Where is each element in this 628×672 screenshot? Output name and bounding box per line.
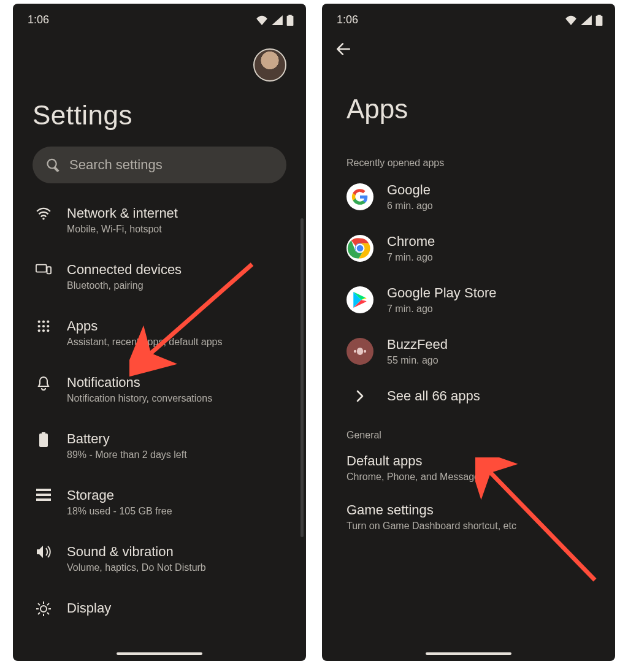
status-bar: 1:06 bbox=[13, 4, 306, 30]
svg-rect-30 bbox=[357, 348, 363, 355]
app-title: Google bbox=[387, 182, 433, 198]
item-subtitle: Turn on Game Dashboard shortcut, etc bbox=[347, 521, 609, 532]
svg-point-5 bbox=[47, 321, 49, 323]
signal-icon bbox=[581, 15, 592, 25]
svg-rect-12 bbox=[36, 489, 51, 491]
item-title: Connected devices bbox=[67, 262, 182, 278]
svg-point-0 bbox=[42, 218, 44, 220]
nav-indicator[interactable] bbox=[426, 652, 511, 655]
item-subtitle: 18% used - 105 GB free bbox=[67, 506, 172, 517]
item-title: Game settings bbox=[347, 502, 609, 518]
wifi-status-icon bbox=[565, 15, 577, 25]
apps-screen: 1:06 Apps Recently opened apps Google6 m… bbox=[322, 4, 615, 661]
status-bar: 1:06 bbox=[322, 4, 615, 30]
settings-item-display[interactable]: Display bbox=[28, 587, 301, 616]
settings-item-notifications[interactable]: NotificationsNotification history, conve… bbox=[28, 361, 301, 418]
settings-item-sound[interactable]: Sound & vibrationVolume, haptics, Do Not… bbox=[28, 530, 301, 587]
battery-icon bbox=[39, 432, 48, 447]
item-subtitle: Assistant, recent apps, default apps bbox=[67, 337, 222, 348]
settings-screen: 1:06 Settings Search settings Network & … bbox=[13, 4, 306, 661]
app-subtitle: 55 min. ago bbox=[387, 355, 448, 366]
item-title: Network & internet bbox=[67, 205, 178, 221]
item-subtitle: Mobile, Wi-Fi, hotspot bbox=[67, 224, 178, 235]
google-icon bbox=[347, 183, 373, 210]
clock: 1:06 bbox=[337, 13, 358, 26]
battery-status-icon bbox=[286, 15, 294, 26]
battery-status-icon bbox=[595, 15, 603, 26]
item-title: Storage bbox=[67, 487, 172, 503]
app-title: Google Play Store bbox=[387, 285, 497, 301]
svg-rect-1 bbox=[36, 265, 47, 272]
settings-item-network[interactable]: Network & internetMobile, Wi-Fi, hotspot bbox=[28, 192, 301, 248]
section-recent: Recently opened apps bbox=[322, 143, 615, 171]
svg-point-9 bbox=[38, 329, 40, 332]
app-title: BuzzFeed bbox=[387, 337, 448, 353]
svg-line-22 bbox=[38, 613, 40, 614]
clock: 1:06 bbox=[28, 13, 49, 26]
nav-indicator[interactable] bbox=[117, 652, 202, 655]
app-subtitle: 6 min. ago bbox=[387, 200, 433, 212]
wifi-status-icon bbox=[256, 15, 268, 25]
app-row-play[interactable]: Google Play Store7 min. ago bbox=[322, 274, 615, 326]
svg-point-3 bbox=[38, 321, 40, 323]
chevron-right-icon bbox=[356, 390, 364, 402]
recent-apps-list: Google6 min. ago Chrome7 min. ago Google… bbox=[322, 171, 615, 415]
svg-rect-14 bbox=[36, 498, 51, 501]
page-title: Settings bbox=[33, 100, 286, 131]
item-title: Apps bbox=[67, 318, 222, 334]
storage-icon bbox=[36, 489, 51, 501]
item-title: Display bbox=[67, 600, 111, 616]
settings-item-apps[interactable]: AppsAssistant, recent apps, default apps bbox=[28, 305, 301, 361]
avatar[interactable] bbox=[253, 48, 286, 82]
svg-line-23 bbox=[47, 603, 49, 605]
scrollbar[interactable] bbox=[301, 218, 304, 537]
bell-icon bbox=[37, 376, 50, 391]
svg-point-10 bbox=[42, 329, 45, 332]
display-icon bbox=[36, 601, 51, 616]
wifi-icon bbox=[36, 207, 52, 220]
app-row-buzzfeed[interactable]: BuzzFeed55 min. ago bbox=[322, 326, 615, 377]
section-general: General bbox=[322, 415, 615, 443]
svg-line-20 bbox=[38, 603, 40, 605]
app-title: Chrome bbox=[387, 234, 435, 250]
general-default-apps[interactable]: Default apps Chrome, Phone, and Messages bbox=[322, 443, 615, 492]
svg-line-21 bbox=[47, 613, 49, 614]
settings-item-connected[interactable]: Connected devicesBluetooth, pairing bbox=[28, 248, 301, 305]
play-icon bbox=[347, 286, 373, 313]
status-icons bbox=[565, 15, 603, 26]
search-placeholder: Search settings bbox=[69, 157, 163, 173]
item-subtitle: Notification history, conversations bbox=[67, 393, 212, 404]
devices-icon bbox=[36, 263, 52, 275]
general-game-settings[interactable]: Game settings Turn on Game Dashboard sho… bbox=[322, 492, 615, 541]
app-row-google[interactable]: Google6 min. ago bbox=[322, 171, 615, 223]
see-all-label: See all 66 apps bbox=[387, 388, 480, 404]
item-subtitle: 89% - More than 2 days left bbox=[67, 449, 187, 460]
item-title: Notifications bbox=[67, 375, 212, 391]
app-subtitle: 7 min. ago bbox=[387, 252, 435, 263]
see-all-apps[interactable]: See all 66 apps bbox=[322, 377, 615, 415]
svg-point-11 bbox=[47, 329, 49, 332]
settings-item-storage[interactable]: Storage18% used - 105 GB free bbox=[28, 474, 301, 530]
app-row-chrome[interactable]: Chrome7 min. ago bbox=[322, 223, 615, 274]
svg-point-4 bbox=[42, 321, 45, 323]
item-subtitle: Volume, haptics, Do Not Disturb bbox=[67, 562, 206, 573]
search-bar[interactable]: Search settings bbox=[33, 147, 286, 183]
apps-icon bbox=[37, 319, 50, 333]
svg-rect-13 bbox=[36, 494, 51, 496]
item-subtitle: Chrome, Phone, and Messages bbox=[347, 472, 609, 483]
search-icon bbox=[46, 158, 59, 172]
item-title: Sound & vibration bbox=[67, 544, 206, 560]
status-icons bbox=[256, 15, 294, 26]
svg-point-28 bbox=[354, 350, 356, 353]
item-title: Battery bbox=[67, 431, 187, 447]
settings-item-battery[interactable]: Battery89% - More than 2 days left bbox=[28, 418, 301, 474]
svg-rect-2 bbox=[47, 267, 52, 273]
item-subtitle: Bluetooth, pairing bbox=[67, 280, 182, 291]
chrome-icon bbox=[347, 235, 373, 262]
settings-list: Network & internetMobile, Wi-Fi, hotspot… bbox=[13, 189, 306, 616]
signal-icon bbox=[272, 15, 283, 25]
sound-icon bbox=[36, 545, 52, 559]
back-icon[interactable] bbox=[335, 41, 351, 57]
svg-point-7 bbox=[42, 325, 45, 327]
svg-point-15 bbox=[40, 606, 47, 612]
